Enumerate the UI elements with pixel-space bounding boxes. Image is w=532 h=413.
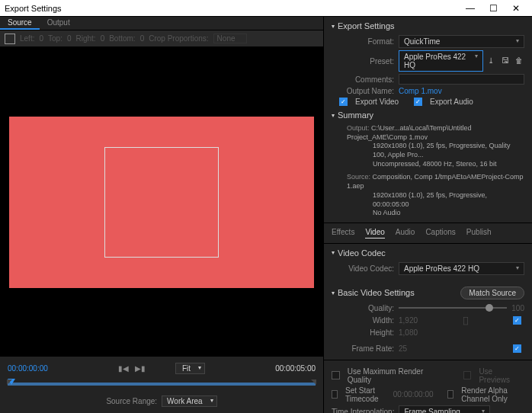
framerate-label: Frame Rate: — [332, 344, 394, 353]
tab-captions[interactable]: Captions — [425, 228, 455, 239]
crop-bottom-value[interactable]: 0 — [140, 34, 145, 43]
safe-margin-box — [104, 147, 219, 258]
close-button[interactable]: ✕ — [505, 1, 527, 16]
step-forward-icon[interactable]: ▶▮ — [135, 364, 146, 373]
use-previews-label: Use Previews — [479, 367, 524, 384]
comments-input[interactable] — [399, 74, 524, 85]
quality-label: Quality: — [332, 304, 394, 312]
summary-header[interactable]: ▾Summary — [332, 110, 524, 120]
twisty-down-icon: ▾ — [332, 23, 335, 30]
import-preset-icon[interactable]: 🖫 — [502, 56, 511, 66]
use-previews-checkbox — [463, 371, 472, 379]
crop-right-value[interactable]: 0 — [101, 34, 105, 43]
tab-source[interactable]: Source — [0, 17, 40, 30]
max-quality-checkbox[interactable] — [332, 371, 340, 379]
framerate-match-checkbox[interactable]: ✓ — [513, 344, 521, 353]
framerate-value[interactable]: 25 — [399, 344, 407, 353]
crop-top-label: Top: — [48, 34, 62, 43]
twisty-down-icon: ▾ — [332, 112, 335, 119]
crop-right-label: Right: — [76, 34, 96, 43]
out-point-icon[interactable] — [311, 379, 316, 385]
timecode-start[interactable]: 00:00:00:00 — [8, 364, 48, 373]
export-video-checkbox[interactable]: ✓ — [339, 98, 348, 106]
start-timecode-label: Set Start Timecode — [345, 386, 389, 403]
width-label: Width: — [332, 316, 394, 325]
summary-text: Output: C:\User...ata\Local\Temp\Untitle… — [332, 124, 524, 218]
preset-label: Preset: — [332, 57, 394, 66]
tab-video[interactable]: Video — [365, 228, 384, 239]
crop-toolbar: Left: 0 Top: 0 Right: 0 Bottom: 0 Crop P… — [0, 30, 323, 47]
render-alpha-label: Render Alpha Channel Only — [461, 386, 524, 403]
tab-audio[interactable]: Audio — [396, 228, 415, 239]
crop-left-label: Left: — [20, 34, 34, 43]
preview-canvas — [9, 117, 314, 288]
time-interp-dropdown[interactable]: Frame Sampling — [399, 405, 490, 413]
timeline-track[interactable] — [8, 379, 316, 389]
crop-top-value[interactable]: 0 — [67, 34, 72, 43]
start-timecode-checkbox[interactable] — [332, 390, 338, 399]
delete-preset-icon[interactable]: 🗑 — [515, 56, 524, 66]
save-preset-icon[interactable]: ⤓ — [488, 56, 497, 66]
render-alpha-checkbox[interactable] — [447, 390, 453, 399]
output-name-label: Output Name: — [332, 87, 394, 95]
quality-value: 100 — [511, 304, 524, 312]
render-options: Use Maximum Render Quality Use Previews … — [324, 360, 532, 413]
crop-proportions-dropdown[interactable]: None — [213, 34, 247, 43]
basic-video-header[interactable]: ▾ Basic Video Settings Match Source — [332, 287, 524, 299]
height-label: Height: — [332, 328, 394, 337]
crop-bottom-label: Bottom: — [109, 34, 135, 43]
tab-effects[interactable]: Effects — [332, 228, 354, 239]
height-value[interactable]: 1,080 — [399, 328, 418, 337]
video-codec-dropdown[interactable]: Apple ProRes 422 HQ — [399, 262, 524, 275]
comments-label: Comments: — [332, 75, 394, 84]
step-back-icon[interactable]: ▮◀ — [118, 364, 129, 373]
tab-publish[interactable]: Publish — [466, 228, 492, 239]
format-dropdown[interactable]: QuickTime — [399, 35, 524, 48]
twisty-down-icon: ▾ — [332, 290, 335, 296]
video-codec-header[interactable]: ▾Video Codec — [332, 248, 524, 258]
window-title: Export Settings — [5, 4, 459, 13]
window-controls: — ☐ ✕ — [459, 1, 527, 16]
preview-area[interactable] — [0, 47, 323, 357]
match-source-button[interactable]: Match Source — [460, 287, 524, 299]
crop-icon[interactable] — [5, 34, 15, 44]
crop-proportions-label: Crop Proportions: — [149, 34, 208, 43]
export-audio-checkbox[interactable]: ✓ — [414, 98, 422, 106]
preview-panel: Source Output Left: 0 Top: 0 Right: 0 Bo… — [0, 17, 324, 413]
quality-slider[interactable] — [399, 307, 507, 309]
title-bar: Export Settings — ☐ ✕ — [0, 0, 532, 17]
start-timecode-value: 00:00:00:00 — [393, 390, 434, 399]
export-audio-label: Export Audio — [430, 98, 473, 106]
crop-left-value[interactable]: 0 — [39, 34, 43, 43]
source-range-label: Source Range: — [106, 397, 157, 405]
link-dimensions-icon[interactable]: ⌷ — [463, 315, 469, 326]
video-codec-label: Video Codec: — [332, 264, 394, 273]
source-range-dropdown[interactable]: Work Area — [162, 395, 217, 407]
settings-panel: ▾Export Settings Format: QuickTime Prese… — [324, 17, 532, 413]
width-value[interactable]: 1,920 — [399, 316, 418, 325]
minimize-button[interactable]: — — [459, 1, 482, 16]
dimensions-match-checkbox[interactable]: ✓ — [513, 316, 521, 325]
tab-output[interactable]: Output — [40, 17, 78, 30]
timecode-end: 00:00:05:00 — [275, 364, 316, 373]
time-interp-label: Time Interpolation: — [332, 408, 394, 413]
zoom-fit-dropdown[interactable]: Fit — [175, 363, 205, 374]
export-settings-header[interactable]: ▾Export Settings — [332, 21, 524, 30]
maximize-button[interactable]: ☐ — [482, 1, 505, 16]
timeline-bar: 00:00:00:00 ▮◀ ▶▮ Fit 00:00:05:00 Source… — [0, 357, 323, 413]
in-point-icon[interactable] — [7, 379, 12, 385]
settings-tabs: Effects Video Audio Captions Publish — [324, 223, 532, 244]
format-label: Format: — [332, 37, 394, 46]
preset-dropdown[interactable]: Apple ProRes 422 HQ — [399, 50, 483, 72]
export-video-label: Export Video — [355, 98, 399, 106]
preview-tabs: Source Output — [0, 17, 323, 30]
twisty-down-icon: ▾ — [332, 249, 335, 256]
max-quality-label: Use Maximum Render Quality — [348, 367, 447, 384]
output-name-link[interactable]: Comp 1.mov — [399, 87, 442, 95]
